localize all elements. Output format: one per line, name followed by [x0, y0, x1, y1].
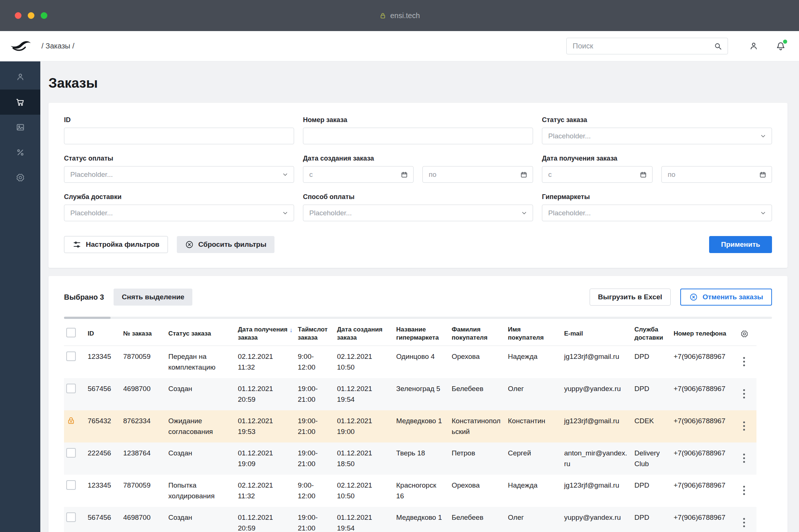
order-row[interactable]: 567456 4698700 Создан 01.12.2021 20:59 1…: [64, 378, 756, 410]
reset-filters-button[interactable]: Сбросить фильтры: [177, 236, 274, 253]
breadcrumb[interactable]: / Заказы /: [41, 42, 74, 50]
filter-id-input[interactable]: [70, 132, 289, 140]
filter-delivery-service-select[interactable]: Placeholder...: [64, 205, 294, 221]
cell-first-name: Олег: [508, 378, 564, 410]
cell-timeslot: 19:00-21:00: [298, 442, 337, 475]
search-input[interactable]: [573, 42, 714, 50]
sidebar-item-media[interactable]: [0, 115, 40, 140]
chevron-down-icon: [282, 210, 289, 216]
calendar-icon: [520, 171, 527, 178]
column-header-first-name[interactable]: Имя покупателя: [508, 322, 564, 346]
filter-created-from-input[interactable]: с: [303, 166, 414, 183]
cell-timeslot: 19:00-21:00: [298, 410, 337, 442]
order-row[interactable]: 765432 8762334 Ожидание согласования 01.…: [64, 410, 756, 442]
select-placeholder: Placeholder...: [70, 209, 282, 217]
window-minimize-button[interactable]: [28, 12, 34, 19]
cell-id: 222456: [88, 442, 123, 475]
column-header-timeslot[interactable]: Таймслот заказа: [298, 322, 337, 346]
row-menu-button[interactable]: [740, 387, 748, 401]
cell-delivery-service: CDEK: [634, 410, 674, 442]
sort-desc-icon: ↓: [290, 326, 293, 334]
column-header-received-date[interactable]: Дата получения заказа ↓: [238, 322, 298, 346]
filter-received-from-input[interactable]: с: [542, 166, 653, 183]
user-icon: [16, 72, 25, 82]
horizontal-scrollbar[interactable]: [64, 317, 772, 319]
order-row[interactable]: 123345 7870059 Попытка холдирования 02.1…: [64, 475, 756, 507]
row-checkbox[interactable]: [66, 448, 76, 458]
ensi-logo[interactable]: [10, 40, 32, 53]
row-menu-button[interactable]: [740, 451, 748, 465]
export-excel-button[interactable]: Выгрузить в Excel: [590, 289, 671, 306]
order-row[interactable]: 123345 7870059 Передан на комплектацию 0…: [64, 346, 756, 378]
cell-phone: +7(906)6788967: [674, 410, 740, 442]
cell-received-date: 01.12.2021 19:09: [238, 442, 298, 475]
order-row[interactable]: 222456 1238764 Создан 01.12.2021 19:09 1…: [64, 442, 756, 475]
order-row[interactable]: 567456 4698700 Создан 01.12.2021 20:59 1…: [64, 507, 756, 532]
filter-payment-status-select[interactable]: Placeholder...: [64, 166, 294, 183]
row-menu-button[interactable]: [740, 355, 748, 368]
cell-first-name: Сергей: [508, 442, 564, 475]
cell-email: yuppy@yandex.ru: [564, 507, 634, 532]
scrollbar-thumb[interactable]: [64, 317, 111, 319]
cell-order-number: 7870059: [123, 346, 168, 378]
clear-selection-button[interactable]: Снять выделение: [114, 289, 192, 306]
lock-icon: [66, 416, 76, 425]
column-header-phone[interactable]: Номер телефона: [674, 322, 740, 346]
column-header-created-date[interactable]: Дата создания заказа: [337, 322, 396, 346]
address-bar[interactable]: ensi.tech: [379, 11, 420, 20]
select-all-checkbox[interactable]: [66, 328, 76, 337]
profile-button[interactable]: [746, 39, 761, 53]
filter-hypermarkets-select[interactable]: Placeholder...: [542, 205, 772, 221]
cell-received-date: 01.12.2021 20:59: [238, 378, 298, 410]
window-controls: [15, 12, 47, 19]
row-checkbox[interactable]: [66, 351, 76, 361]
search-icon[interactable]: [714, 42, 722, 51]
cell-created-date: 01.12.2021 19:00: [337, 410, 396, 442]
column-header-delivery-service[interactable]: Служба доставки: [634, 322, 674, 346]
global-search[interactable]: [566, 38, 728, 54]
row-checkbox[interactable]: [66, 480, 76, 490]
date-to-placeholder: по: [429, 171, 520, 179]
cell-hypermarket: Зеленоград 5: [396, 378, 452, 410]
column-header-id[interactable]: ID: [88, 322, 123, 346]
column-header-order-status[interactable]: Статус заказа: [168, 322, 238, 346]
apply-filters-button[interactable]: Применить: [709, 236, 772, 253]
row-checkbox[interactable]: [66, 512, 76, 522]
cell-phone: +7(906)6788967: [674, 442, 740, 475]
filter-id-label: ID: [64, 116, 294, 124]
window-zoom-button[interactable]: [41, 12, 47, 19]
column-header-last-name[interactable]: Фамилия покупателя: [452, 322, 508, 346]
window-close-button[interactable]: [15, 12, 21, 19]
cell-id: 765432: [88, 410, 123, 442]
column-header-order-number[interactable]: № заказа: [123, 322, 168, 346]
column-header-email[interactable]: E-mail: [564, 322, 634, 346]
configure-filters-button[interactable]: Настройка фильтров: [64, 236, 168, 253]
column-header-hypermarket[interactable]: Название гипермаркета: [396, 322, 452, 346]
row-checkbox[interactable]: [66, 384, 76, 393]
filter-received-to-input[interactable]: по: [661, 166, 772, 183]
filter-payment-method-select[interactable]: Placeholder...: [303, 205, 533, 221]
cell-received-date: 02.12.2021 11:32: [238, 346, 298, 378]
row-menu-button[interactable]: [740, 419, 748, 433]
cell-last-name: Белебеев: [452, 378, 508, 410]
cell-hypermarket: Медведково 1: [396, 507, 452, 532]
row-menu-button[interactable]: [740, 484, 748, 497]
sidebar-item-settings[interactable]: [0, 165, 40, 190]
row-menu-button[interactable]: [740, 516, 748, 529]
sidebar-item-customers[interactable]: [0, 64, 40, 90]
cell-order-status: Создан: [168, 442, 238, 475]
clear-selection-label: Снять выделение: [122, 293, 184, 301]
filter-order-number-input[interactable]: [309, 132, 527, 140]
filter-order-status-select[interactable]: Placeholder...: [542, 128, 772, 144]
filter-created-to-input[interactable]: по: [422, 166, 533, 183]
date-from-placeholder: с: [309, 171, 401, 179]
filter-received-date-label: Дата получения заказа: [542, 155, 772, 162]
cell-delivery-service: DPD: [634, 378, 674, 410]
cell-received-date: 01.12.2021 19:53: [238, 410, 298, 442]
sidebar-item-discounts[interactable]: [0, 140, 40, 165]
notifications-button[interactable]: [773, 39, 788, 53]
cell-phone: +7(906)6788967: [674, 475, 740, 507]
table-settings-gear-icon[interactable]: [740, 330, 751, 338]
sidebar-item-orders[interactable]: [0, 90, 40, 115]
cancel-orders-button[interactable]: Отменить заказы: [680, 289, 772, 306]
